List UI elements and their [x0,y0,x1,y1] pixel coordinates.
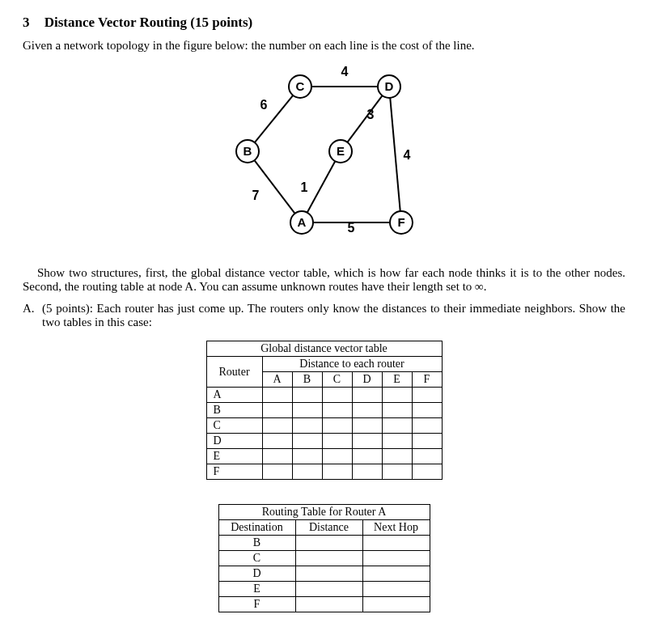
gvt-caption: Global distance vector table [206,341,442,357]
node-label-E: E [336,144,344,158]
edge-E-D [347,95,382,142]
sub-question-a-label: A. [23,302,42,329]
table-row: C [218,551,430,566]
table-row: E [206,449,442,464]
gvt-cell-E-B [292,449,322,464]
rt-header-destination: Destination [218,520,295,536]
gvt-cell-B-C [322,403,352,418]
rt-dest-B: B [218,536,295,551]
rt-cell-C-1 [362,551,430,566]
gvt-cell-F-A [262,464,292,480]
gvt-cell-D-F [412,434,442,449]
gvt-router-header: Router [206,357,262,388]
gvt-cell-F-C [322,464,352,480]
table-row: A [206,388,442,403]
sub-question-a-text: (5 points): Each router has just come up… [42,302,625,329]
rt-cell-C-0 [295,551,362,566]
gvt-col-A: A [262,372,292,388]
gvt-row-D: D [206,434,262,449]
rt-dest-F: F [218,597,295,612]
gvt-cell-A-F [412,388,442,403]
rt-cell-E-1 [362,582,430,597]
intro-text: Given a network topology in the figure b… [23,39,625,53]
gvt-col-B: B [292,372,322,388]
node-label-F: F [397,215,404,229]
node-label-A: A [297,215,306,229]
edge-cost-A-E: 1 [300,180,307,194]
table-row: C [206,418,442,434]
gvt-cell-B-B [292,403,322,418]
gvt-row-C: C [206,418,262,434]
edge-A-E [307,161,335,212]
gvt-cell-A-B [292,388,322,403]
gvt-cell-B-F [412,403,442,418]
table-row: D [206,434,442,449]
gvt-cell-C-A [262,418,292,434]
gvt-cell-D-C [322,434,352,449]
node-label-B: B [243,144,252,158]
gvt-cell-C-F [412,418,442,434]
rt-cell-E-0 [295,582,362,597]
gvt-cell-A-C [322,388,352,403]
rt-cell-F-1 [362,597,430,612]
section-heading: 3 Distance Vector Routing (15 points) [23,15,625,31]
gvt-cell-E-E [382,449,412,464]
gvt-cell-E-D [352,449,382,464]
gvt-cell-C-E [382,418,412,434]
gvt-col-C: C [322,372,352,388]
rt-header-distance: Distance [295,520,362,536]
gvt-cell-C-B [292,418,322,434]
instructions-paragraph: Show two structures, first, the global d… [23,266,625,294]
gvt-cell-D-A [262,434,292,449]
edge-cost-B-C: 6 [260,98,267,112]
gvt-row-A: A [206,388,262,403]
node-label-C: C [295,79,304,93]
edge-cost-A-F: 5 [347,221,354,235]
table-row: F [206,464,442,480]
gvt-cell-E-C [322,449,352,464]
gvt-cell-D-B [292,434,322,449]
edge-cost-B-A: 7 [252,189,259,202]
sub-question-a: A. (5 points): Each router has just come… [23,302,625,329]
gvt-cell-A-D [352,388,382,403]
rt-cell-D-0 [295,566,362,582]
global-distance-vector-table: Global distance vector table Router Dist… [206,341,443,480]
edge-D-F [390,98,400,211]
gvt-cell-E-A [262,449,292,464]
rt-dest-C: C [218,551,295,566]
section-title: Distance Vector Routing (15 points) [44,15,253,30]
rt-dest-D: D [218,566,295,582]
rt-dest-E: E [218,582,295,597]
rt-cell-B-0 [295,536,362,551]
table-row: F [218,597,430,612]
rt-cell-D-1 [362,566,430,582]
gvt-cell-C-D [352,418,382,434]
gvt-col-E: E [382,372,412,388]
rt-caption: Routing Table for Router A [218,505,430,520]
node-label-D: D [384,79,393,93]
table-row: E [218,582,430,597]
gvt-cell-F-F [412,464,442,480]
gvt-row-E: E [206,449,262,464]
gvt-cell-B-E [382,403,412,418]
gvt-col-F: F [412,372,442,388]
table-row: B [218,536,430,551]
edge-cost-E-D: 3 [366,108,374,121]
table-row: D [218,566,430,582]
gvt-row-B: B [206,403,262,418]
rt-cell-B-1 [362,536,430,551]
gvt-distance-header: Distance to each router [262,357,442,372]
rt-cell-F-0 [295,597,362,612]
gvt-cell-B-A [262,403,292,418]
gvt-cell-D-E [382,434,412,449]
topology-figure: 7641354ABCDEF [23,62,625,252]
rt-header-next-hop: Next Hop [362,520,430,536]
gvt-cell-F-B [292,464,322,480]
gvt-cell-A-A [262,388,292,403]
section-number: 3 [23,15,30,31]
edge-cost-C-D: 4 [341,65,348,78]
gvt-col-D: D [352,372,382,388]
edge-cost-D-F: 4 [403,148,410,162]
gvt-cell-A-E [382,388,412,403]
edge-B-A [254,160,294,214]
